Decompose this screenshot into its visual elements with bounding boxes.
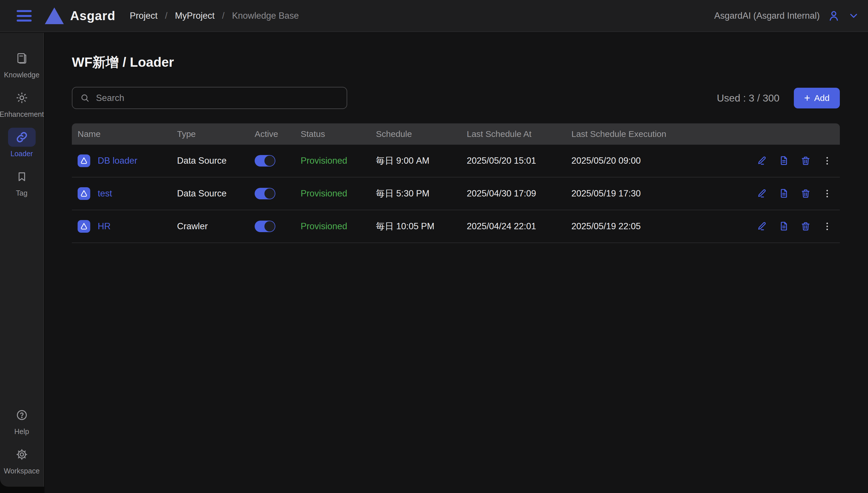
top-bar: Asgard Project / MyProject / Knowledge B…	[0, 0, 868, 32]
status-badge: Provisioned	[301, 188, 376, 199]
breadcrumb-item-knowledge-base: Knowledge Base	[232, 10, 299, 21]
plus-icon: +	[804, 93, 810, 103]
document-icon[interactable]	[778, 155, 789, 166]
edit-icon[interactable]	[756, 188, 768, 199]
loader-type: Crawler	[177, 221, 255, 232]
column-header-type: Type	[177, 129, 255, 139]
loader-type-icon	[77, 154, 90, 167]
delete-icon[interactable]	[800, 221, 811, 232]
toolbar: Used : 3 / 300 + Add	[72, 87, 840, 109]
active-toggle[interactable]	[255, 188, 275, 199]
document-icon[interactable]	[778, 221, 789, 232]
status-badge: Provisioned	[301, 221, 376, 232]
last-schedule-execution-value: 2025/05/19 22:05	[571, 221, 732, 232]
sidebar-item-label: Knowledge	[4, 71, 40, 79]
loader-table: Name Type Active Status Schedule Last Sc…	[72, 123, 840, 243]
last-schedule-at-value: 2025/04/30 17:09	[467, 188, 571, 199]
breadcrumb: Project / MyProject / Knowledge Base	[130, 10, 299, 21]
schedule-value: 毎日 10:05 PM	[376, 220, 467, 232]
tenant-label: AsgardAI (Asgard Internal)	[714, 10, 820, 21]
sidebar-item-workspace[interactable]: Workspace	[0, 445, 43, 475]
column-header-status: Status	[301, 129, 376, 139]
table-row: DB loader Data Source Provisioned 毎日 9:0…	[72, 145, 840, 177]
schedule-value: 毎日 5:30 PM	[376, 188, 467, 200]
loader-type-icon	[77, 187, 90, 200]
triangle-logo-icon	[45, 7, 64, 24]
sidebar-item-tag[interactable]: Tag	[0, 167, 43, 197]
table-row: test Data Source Provisioned 毎日 5:30 PM …	[72, 177, 840, 210]
column-header-last-schedule-at: Last Schedule At	[467, 129, 571, 139]
loader-name-link[interactable]: HR	[98, 221, 111, 232]
app-logo[interactable]: Asgard	[45, 7, 116, 24]
user-avatar-icon[interactable]	[827, 9, 840, 22]
book-icon	[16, 49, 28, 68]
status-badge: Provisioned	[301, 156, 376, 166]
menu-icon[interactable]	[17, 10, 31, 22]
bookmark-icon	[16, 167, 28, 186]
sidebar-item-loader[interactable]: Loader	[0, 128, 43, 158]
add-button[interactable]: + Add	[794, 88, 840, 108]
more-options-icon[interactable]	[822, 188, 832, 199]
column-header-last-schedule-execution: Last Schedule Execution	[571, 129, 732, 139]
edit-icon[interactable]	[756, 155, 768, 166]
table-row: HR Crawler Provisioned 毎日 10:05 PM 2025/…	[72, 210, 840, 243]
search-icon	[80, 93, 90, 103]
sidebar-item-label: Help	[14, 427, 29, 436]
loader-name-link[interactable]: test	[98, 188, 112, 199]
breadcrumb-item-myproject[interactable]: MyProject	[175, 10, 215, 21]
last-schedule-at-value: 2025/05/20 15:01	[467, 156, 571, 166]
column-header-name: Name	[77, 129, 177, 139]
breadcrumb-separator: /	[165, 10, 167, 21]
column-header-schedule: Schedule	[376, 129, 467, 139]
search-box	[72, 87, 347, 109]
sparkle-icon	[15, 88, 28, 107]
sidebar: Knowledge Enhancement	[0, 33, 44, 487]
sidebar-item-enhancement[interactable]: Enhancement	[0, 88, 43, 119]
loader-type: Data Source	[177, 188, 255, 199]
active-item-highlight	[8, 128, 36, 147]
breadcrumb-item-project[interactable]: Project	[130, 10, 158, 21]
active-toggle[interactable]	[255, 221, 275, 232]
document-icon[interactable]	[778, 188, 789, 199]
loader-name-link[interactable]: DB loader	[98, 156, 137, 166]
sidebar-item-label: Loader	[10, 150, 33, 158]
delete-icon[interactable]	[800, 188, 811, 199]
page-title: WF新增 / Loader	[72, 53, 868, 71]
breadcrumb-separator: /	[222, 10, 225, 21]
schedule-value: 毎日 9:00 AM	[376, 155, 467, 167]
sidebar-item-label: Workspace	[4, 467, 40, 475]
link-icon	[15, 131, 28, 144]
search-input[interactable]	[96, 93, 339, 103]
help-circle-icon	[16, 406, 28, 425]
chevron-down-icon[interactable]	[848, 10, 860, 22]
loader-type-icon	[77, 220, 90, 233]
sidebar-item-knowledge[interactable]: Knowledge	[0, 49, 43, 79]
last-schedule-at-value: 2025/04/24 22:01	[467, 221, 571, 232]
last-schedule-execution-value: 2025/05/20 09:00	[571, 156, 732, 166]
more-options-icon[interactable]	[822, 156, 832, 166]
edit-icon[interactable]	[756, 221, 768, 232]
delete-icon[interactable]	[800, 155, 811, 166]
usage-counter: Used : 3 / 300	[717, 92, 779, 104]
loader-type: Data Source	[177, 156, 255, 166]
sidebar-item-help[interactable]: Help	[0, 406, 43, 436]
gear-icon	[16, 445, 28, 464]
logo-text: Asgard	[70, 8, 116, 23]
last-schedule-execution-value: 2025/05/19 17:30	[571, 188, 732, 199]
add-button-label: Add	[814, 93, 829, 103]
more-options-icon[interactable]	[822, 221, 832, 232]
main-content: WF新增 / Loader Used : 3 / 300 + Add Name …	[45, 33, 868, 493]
column-header-active: Active	[255, 129, 301, 139]
sidebar-item-label: Enhancement	[0, 110, 44, 119]
table-header-row: Name Type Active Status Schedule Last Sc…	[72, 123, 840, 145]
sidebar-item-label: Tag	[16, 189, 27, 197]
active-toggle[interactable]	[255, 155, 275, 167]
app-window: Asgard Project / MyProject / Knowledge B…	[0, 0, 868, 493]
